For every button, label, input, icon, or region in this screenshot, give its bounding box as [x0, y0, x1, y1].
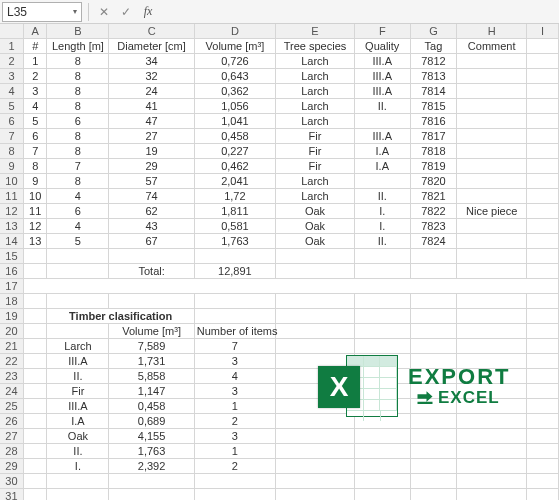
cell[interactable]: 62: [109, 204, 194, 219]
cell[interactable]: 12: [23, 219, 46, 234]
cell[interactable]: 1,763: [109, 444, 194, 459]
name-box[interactable]: L35 ▾: [2, 2, 82, 22]
cell[interactable]: [47, 324, 109, 339]
cell[interactable]: 0,458: [109, 399, 194, 414]
cell[interactable]: [47, 489, 109, 501]
cell[interactable]: 0,462: [194, 159, 275, 174]
cell[interactable]: [23, 309, 46, 324]
cell[interactable]: II.: [354, 99, 410, 114]
row-header[interactable]: 26: [0, 414, 23, 429]
cell[interactable]: [457, 114, 526, 129]
row-header[interactable]: 3: [0, 69, 23, 84]
cell[interactable]: [275, 369, 354, 384]
cell[interactable]: 5: [23, 114, 46, 129]
cell[interactable]: [23, 489, 46, 501]
cell[interactable]: III.A: [354, 54, 410, 69]
cell[interactable]: [526, 234, 558, 249]
row-header[interactable]: 23: [0, 369, 23, 384]
cell[interactable]: [109, 249, 194, 264]
cell[interactable]: 7817: [410, 129, 457, 144]
cell[interactable]: 19: [109, 144, 194, 159]
cell[interactable]: 0,362: [194, 84, 275, 99]
cell[interactable]: 4: [47, 219, 109, 234]
row-header[interactable]: 21: [0, 339, 23, 354]
cell[interactable]: I.: [354, 219, 410, 234]
cell[interactable]: 1,147: [109, 384, 194, 399]
cell[interactable]: 5,858: [109, 369, 194, 384]
cell[interactable]: 32: [109, 69, 194, 84]
cell[interactable]: Fir: [275, 129, 354, 144]
row-header[interactable]: 1: [0, 39, 23, 54]
cell[interactable]: Comment: [457, 39, 526, 54]
row-header[interactable]: 9: [0, 159, 23, 174]
cell[interactable]: [457, 384, 526, 399]
cell[interactable]: Oak: [275, 234, 354, 249]
cell[interactable]: 43: [109, 219, 194, 234]
cell[interactable]: Larch: [275, 54, 354, 69]
cell[interactable]: [23, 384, 46, 399]
cell[interactable]: Larch: [275, 189, 354, 204]
cell[interactable]: 2: [194, 459, 275, 474]
cell[interactable]: III.A: [354, 84, 410, 99]
cell[interactable]: [457, 159, 526, 174]
col-header[interactable]: H: [457, 24, 526, 39]
cell[interactable]: Oak: [275, 219, 354, 234]
cell[interactable]: Tree species: [275, 39, 354, 54]
cell[interactable]: [457, 429, 526, 444]
cell[interactable]: 1,731: [109, 354, 194, 369]
row-header[interactable]: 27: [0, 429, 23, 444]
cell[interactable]: [526, 99, 558, 114]
cell[interactable]: Volume [m³]: [194, 39, 275, 54]
cell[interactable]: II.: [47, 444, 109, 459]
cell[interactable]: [526, 39, 558, 54]
cell[interactable]: [526, 309, 558, 324]
cell[interactable]: [526, 54, 558, 69]
cell[interactable]: 41: [109, 99, 194, 114]
cell[interactable]: [526, 429, 558, 444]
cell[interactable]: [23, 264, 46, 279]
cell[interactable]: [354, 429, 410, 444]
cell[interactable]: 8: [47, 54, 109, 69]
cell[interactable]: 47: [109, 114, 194, 129]
cell[interactable]: [526, 459, 558, 474]
cell[interactable]: 13: [23, 234, 46, 249]
cell[interactable]: 2,392: [109, 459, 194, 474]
cell[interactable]: [354, 369, 410, 384]
cell[interactable]: 7: [194, 339, 275, 354]
cell[interactable]: [457, 69, 526, 84]
cell[interactable]: 1,056: [194, 99, 275, 114]
cell[interactable]: Nice piece: [457, 204, 526, 219]
cell[interactable]: [194, 474, 275, 489]
cell[interactable]: [354, 249, 410, 264]
cell[interactable]: 5: [47, 234, 109, 249]
cell[interactable]: [23, 279, 558, 294]
cell[interactable]: 1,811: [194, 204, 275, 219]
cell[interactable]: [275, 414, 354, 429]
cell[interactable]: [457, 189, 526, 204]
row-header[interactable]: 29: [0, 459, 23, 474]
cell[interactable]: [526, 159, 558, 174]
cell[interactable]: [194, 489, 275, 501]
cell[interactable]: [23, 444, 46, 459]
col-header[interactable]: B: [47, 24, 109, 39]
select-all-corner[interactable]: [0, 24, 23, 39]
cell[interactable]: III.A: [354, 129, 410, 144]
col-header[interactable]: G: [410, 24, 457, 39]
cell[interactable]: I.: [47, 459, 109, 474]
cell[interactable]: [354, 309, 410, 324]
cell[interactable]: [526, 324, 558, 339]
cell[interactable]: [354, 414, 410, 429]
cell[interactable]: 24: [109, 84, 194, 99]
cell[interactable]: [526, 129, 558, 144]
cell[interactable]: 7812: [410, 54, 457, 69]
row-header[interactable]: 12: [0, 204, 23, 219]
cell[interactable]: 1,72: [194, 189, 275, 204]
col-header[interactable]: C: [109, 24, 194, 39]
cell[interactable]: [354, 264, 410, 279]
cell[interactable]: 4: [47, 189, 109, 204]
row-header[interactable]: 19: [0, 309, 23, 324]
cell[interactable]: [410, 369, 457, 384]
row-header[interactable]: 6: [0, 114, 23, 129]
cell[interactable]: 8: [47, 99, 109, 114]
cell[interactable]: 2,041: [194, 174, 275, 189]
